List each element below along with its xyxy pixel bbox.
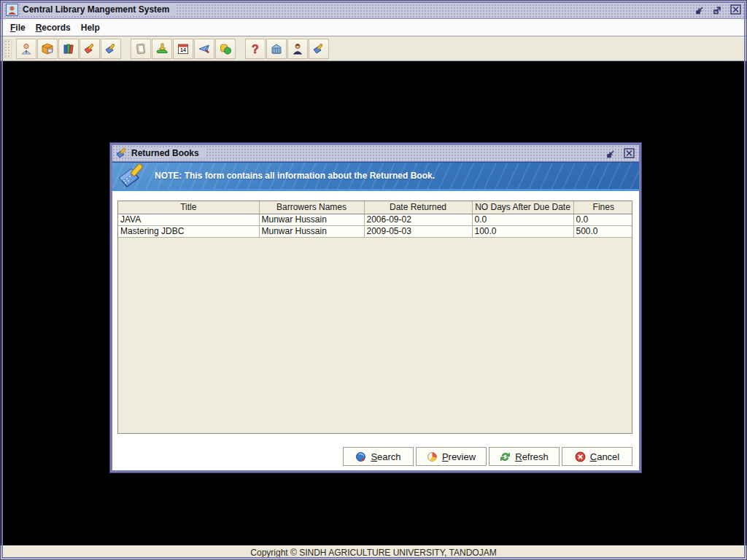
svg-text:?: ?: [252, 42, 259, 55]
svg-text:14: 14: [180, 47, 186, 52]
preview-button[interactable]: Preview: [416, 447, 487, 466]
calendar-icon: 14: [177, 42, 190, 55]
toolbar-button-shapes[interactable]: [215, 39, 236, 59]
cell-fines[interactable]: 0.0: [573, 214, 632, 225]
cancel-icon: [575, 451, 586, 462]
toolbar-button-send[interactable]: [194, 39, 214, 59]
cell-borrower[interactable]: Munwar Hussain: [259, 214, 364, 225]
blue-brush-icon: [104, 42, 117, 55]
menu-bar: File Records Help: [1, 19, 746, 36]
returned-books-table: Title Barrowers Names Date Returned NO D…: [118, 201, 632, 238]
app-window: Central Library Mangement System File Re…: [0, 0, 747, 560]
student-icon: [20, 42, 33, 55]
red-brush-icon: [83, 42, 96, 55]
maximize-button[interactable]: [711, 4, 724, 15]
cancel-button[interactable]: Cancel: [562, 447, 632, 466]
cell-title[interactable]: Mastering JDBC: [118, 225, 259, 237]
search-button[interactable]: Search: [343, 447, 414, 466]
window-title: Central Library Mangement System: [23, 4, 175, 15]
menu-help[interactable]: Help: [76, 20, 105, 35]
toolbar-button-clear-blue[interactable]: [101, 39, 121, 59]
cell-title[interactable]: JAVA: [118, 214, 259, 225]
toolbar: 14 ?: [1, 36, 746, 61]
toolbar-group-misc: ?: [245, 39, 329, 59]
frame-content: NOTE: This form contains all information…: [112, 162, 639, 470]
cell-date-returned[interactable]: 2006-09-02: [364, 214, 472, 225]
table-row[interactable]: JAVA Munwar Hussain 2006-09-02 0.0 0.0: [118, 214, 632, 225]
column-header-title[interactable]: Title: [118, 201, 259, 214]
toolbar-group-records: [16, 39, 121, 59]
copyright-text: Copyright © SINDH AGRICULTURE UNIVERSITY…: [250, 548, 496, 558]
toolbar-button-help[interactable]: ?: [245, 39, 266, 59]
button-row: Search Preview Refresh Cancel: [112, 434, 639, 470]
toolbar-group-operations: 14: [131, 39, 236, 59]
column-header-fines[interactable]: Fines: [573, 201, 632, 214]
toolbar-button-clear[interactable]: [309, 39, 329, 59]
status-bar: Copyright © SINDH AGRICULTURE UNIVERSITY…: [1, 545, 746, 559]
toolbar-button-books[interactable]: [58, 39, 79, 59]
toolbar-button-clear-red[interactable]: [80, 39, 100, 59]
toolbar-button-university[interactable]: [266, 39, 287, 59]
frame-title: Returned Books: [131, 148, 205, 158]
search-icon: [355, 451, 366, 462]
blue-brush2-icon: [312, 42, 325, 55]
toolbar-button-calendar[interactable]: 14: [173, 39, 193, 59]
help-icon: ?: [249, 42, 262, 55]
person-icon: [291, 42, 304, 55]
toolbar-button-user[interactable]: [287, 39, 308, 59]
returned-books-frame: Returned Books: [110, 143, 641, 472]
preview-icon: [427, 451, 438, 462]
column-header-date-returned[interactable]: Date Returned: [364, 201, 472, 214]
frame-brush-icon: [116, 147, 128, 159]
package-icon: [41, 42, 54, 55]
refresh-icon: [500, 451, 511, 462]
import-icon: [155, 42, 169, 55]
cell-date-returned[interactable]: 2009-05-03: [364, 225, 472, 237]
cell-days-after-due[interactable]: 100.0: [472, 225, 573, 237]
frame-minimize-button[interactable]: [605, 147, 618, 159]
toolbar-button-save-record[interactable]: [37, 39, 58, 59]
frame-close-button[interactable]: [622, 147, 635, 159]
close-button[interactable]: [729, 4, 742, 15]
column-header-borrowers[interactable]: Barrowers Names: [259, 201, 364, 214]
table-header-row: Title Barrowers Names Date Returned NO D…: [118, 201, 632, 214]
title-bar[interactable]: Central Library Mangement System: [1, 1, 746, 19]
banner-brush-icon: [118, 163, 144, 188]
notepad-icon: [134, 42, 147, 55]
minimize-button[interactable]: [694, 4, 707, 15]
table-row[interactable]: Mastering JDBC Munwar Hussain 2009-05-03…: [118, 225, 632, 237]
books-icon: [62, 42, 75, 55]
column-header-days-after-due[interactable]: NO Days After Due Date: [472, 201, 573, 214]
cell-fines[interactable]: 500.0: [573, 225, 632, 237]
desktop-pane: Returned Books: [1, 61, 746, 545]
toolbar-button-notes[interactable]: [131, 39, 151, 59]
cell-days-after-due[interactable]: 0.0: [472, 214, 573, 225]
note-banner: NOTE: This form contains all information…: [112, 162, 639, 191]
cell-borrower[interactable]: Munwar Hussain: [259, 225, 364, 237]
menu-records[interactable]: Records: [31, 20, 76, 35]
refresh-button[interactable]: Refresh: [489, 447, 560, 466]
database-shapes-icon: [219, 42, 232, 55]
frame-title-bar[interactable]: Returned Books: [112, 145, 639, 162]
note-text: NOTE: This form contains all information…: [155, 171, 435, 181]
toolbar-button-students[interactable]: [16, 39, 36, 59]
building-icon: [270, 42, 283, 55]
toolbar-button-import[interactable]: [152, 39, 172, 59]
returned-books-table-scrollpane[interactable]: Title Barrowers Names Date Returned NO D…: [117, 201, 632, 434]
send-icon: [198, 42, 211, 55]
app-icon: [6, 4, 18, 16]
toolbar-drag-handle[interactable]: [4, 39, 12, 58]
menu-file[interactable]: File: [5, 20, 31, 35]
